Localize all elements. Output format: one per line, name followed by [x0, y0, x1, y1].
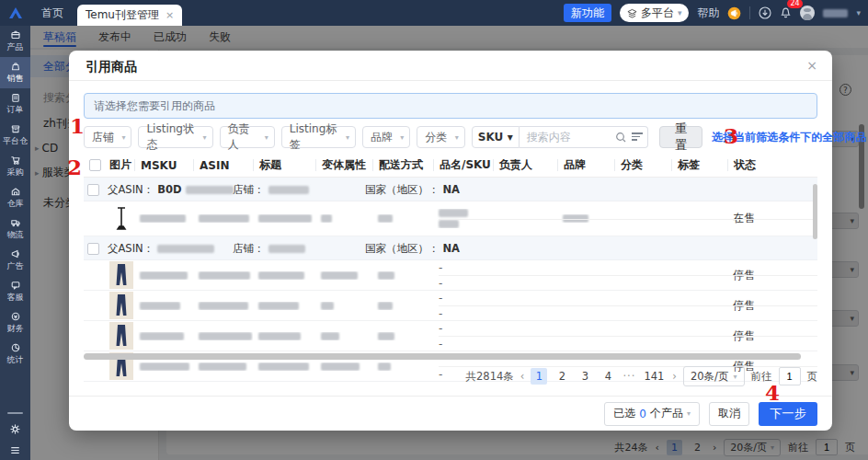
gear-icon[interactable]: [9, 423, 21, 435]
filter-label: 品牌: [371, 130, 393, 145]
sidebar-item-finance[interactable]: 财务: [0, 307, 30, 339]
tab-temu-listing[interactable]: Temu刊登管理 ×: [77, 5, 182, 26]
group-checkbox[interactable]: [87, 184, 99, 196]
blurred-text: [140, 214, 186, 223]
variant-divider: [439, 219, 817, 220]
announcement-icon[interactable]: [727, 6, 741, 20]
page-number[interactable]: 2: [554, 368, 570, 385]
filter-brand[interactable]: 品牌▾: [362, 126, 410, 148]
sidebar-item-logistics[interactable]: 物流: [0, 213, 30, 245]
product-image: [104, 205, 134, 233]
table-row[interactable]: - - 在售: [84, 201, 817, 236]
variant-cell: [315, 302, 372, 310]
modal-close-icon[interactable]: ×: [806, 58, 817, 73]
table-horizontal-scrollbar[interactable]: [84, 353, 801, 360]
topbar-right: 新功能 多平台 ▾ 帮助 24 ▾: [564, 0, 861, 26]
shipping-cell: [372, 214, 433, 223]
col-shipping: 配送方式: [372, 159, 433, 171]
col-variant: 变体属性: [315, 159, 372, 171]
sidebar-item-purchasing[interactable]: 采购: [0, 151, 30, 182]
shipping-cell: [372, 332, 433, 340]
goto-page-input[interactable]: [779, 367, 801, 385]
page-number[interactable]: 4: [600, 368, 616, 385]
notifications[interactable]: 24: [780, 5, 792, 22]
sidebar-divider: [7, 412, 23, 414]
selected-products-button[interactable]: 已选 0 个产品 ▾: [604, 402, 700, 426]
blurred-text: [186, 186, 234, 194]
user-menu-chevron-icon[interactable]: ▾: [856, 8, 861, 17]
blurred-text: [378, 332, 394, 340]
parent-asin-label: 父ASIN：: [108, 183, 154, 197]
clipboard-icon: [10, 92, 21, 103]
app-logo[interactable]: [0, 0, 30, 26]
col-msku: MSKU: [134, 159, 193, 171]
selected-prefix: 已选: [613, 406, 635, 421]
next-step-button[interactable]: 下一步: [759, 402, 817, 426]
col-brand: 品牌: [557, 159, 614, 171]
parent-asin-label: 父ASIN：: [108, 242, 154, 256]
product-select-box[interactable]: 请选择您需要引用的商品: [84, 93, 817, 119]
platform-selector[interactable]: 多平台 ▾: [620, 4, 690, 22]
asin-cell: [193, 271, 253, 280]
msku-cell: [134, 214, 193, 223]
tab-home[interactable]: 首页: [41, 0, 63, 26]
blurred-text: [199, 271, 250, 280]
cancel-button[interactable]: 取消: [709, 402, 749, 426]
select-all-checkbox[interactable]: [89, 159, 101, 171]
new-feature-button[interactable]: 新功能: [564, 4, 611, 22]
sidebar-item-label: 产品: [7, 41, 24, 53]
filter-category[interactable]: 分类▾: [417, 126, 464, 148]
blurred-text: [321, 214, 332, 223]
reset-button[interactable]: 重置: [659, 126, 703, 148]
sidebar-item-orders[interactable]: 订单: [0, 88, 30, 120]
col-name-sku: 品名/SKU: [433, 159, 493, 171]
filter-owner[interactable]: 负责人▾: [220, 126, 275, 148]
sidebar-item-advertising[interactable]: 广告: [0, 245, 30, 276]
sidebar-item-sales[interactable]: 销售: [0, 57, 30, 88]
help-link[interactable]: 帮助: [697, 6, 719, 21]
table-row[interactable]: -- - - - - 停售: [84, 260, 817, 291]
truck-icon: [10, 217, 21, 228]
filter-shop[interactable]: 店铺▾: [84, 126, 131, 148]
blurred-text: [439, 209, 468, 217]
chevron-down-icon: ▾: [203, 133, 207, 142]
chevron-down-icon: ▾: [265, 133, 268, 142]
group-checkbox[interactable]: [87, 243, 99, 255]
filter-listing-status[interactable]: Listing状态▾: [138, 126, 212, 148]
archive-icon: [10, 123, 21, 134]
parent-asin-value: B0D: [157, 183, 181, 196]
sidebar-item-warehouse[interactable]: 仓库: [0, 182, 30, 213]
page-size-select[interactable]: 20条/页▾: [683, 366, 745, 386]
page-number-last[interactable]: 141: [642, 368, 666, 385]
sidebar-item-statistics[interactable]: 统计: [0, 339, 30, 370]
sidebar-item-customer-service[interactable]: 客服: [0, 276, 30, 307]
sidebar-item-label: 采购: [7, 167, 24, 178]
sidebar-item-platform-warehouse[interactable]: 平台仓: [0, 120, 30, 151]
col-category: 分类: [614, 159, 671, 171]
filter-sort-icon[interactable]: [632, 132, 643, 141]
search-icon[interactable]: [615, 132, 627, 144]
coin-icon: [10, 311, 21, 322]
menu-list-icon[interactable]: [9, 444, 21, 456]
prev-page-icon[interactable]: ‹: [520, 370, 525, 383]
page-number[interactable]: 1: [531, 368, 547, 385]
dash: -: [439, 322, 442, 335]
shipping-cell: [372, 271, 433, 280]
main-sidebar: 产品 销售 订单 平台仓 采购 仓库 物流 广告: [0, 26, 30, 460]
pages-ellipsis[interactable]: ···: [622, 370, 635, 383]
table-vertical-scrollbar[interactable]: [813, 184, 817, 239]
sidebar-item-products[interactable]: 产品: [0, 26, 30, 57]
tab-close-icon[interactable]: ×: [166, 9, 174, 21]
search-input[interactable]: 搜索内容: [520, 126, 648, 148]
col-title: 标题: [253, 159, 315, 171]
sku-type-select[interactable]: SKU▾: [472, 126, 520, 148]
table-row[interactable]: -- - - - - 停售: [84, 291, 817, 321]
avatar[interactable]: [800, 6, 815, 20]
download-icon[interactable]: [759, 6, 771, 19]
filter-listing-tag[interactable]: Listing标签▾: [281, 126, 356, 148]
next-page-icon[interactable]: ›: [672, 370, 677, 383]
parent-asin: 父ASIN：B0D: [108, 178, 234, 201]
page-number[interactable]: 3: [577, 368, 593, 385]
table-row[interactable]: -- - - - - 停售: [84, 321, 817, 351]
pie-chart-icon: [10, 342, 21, 353]
